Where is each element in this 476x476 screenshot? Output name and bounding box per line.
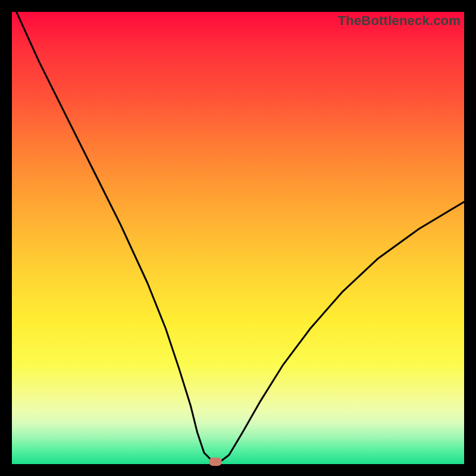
bottleneck-curve [12,12,464,464]
chart-frame: TheBottleneck.com [12,12,464,464]
plot-area: TheBottleneck.com [12,12,464,464]
optimal-marker [209,458,222,466]
